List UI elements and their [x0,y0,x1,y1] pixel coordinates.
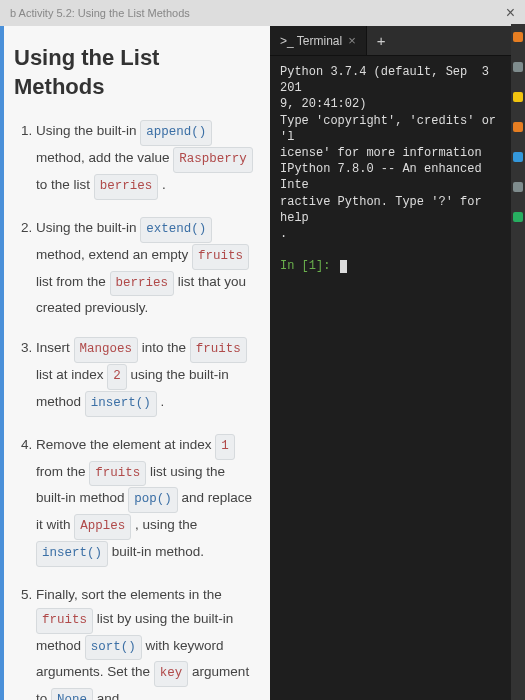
sidebar-icon[interactable] [513,92,523,102]
code-token: key [154,661,189,687]
code-token: extend() [140,217,212,243]
code-token: insert() [36,541,108,567]
sidebar-icon[interactable] [513,122,523,132]
list-item: Using the built-in extend() method, exte… [36,216,254,320]
sidebar-icon[interactable] [513,182,523,192]
cursor-icon [340,260,347,273]
code-token: None [51,688,93,700]
terminal-output[interactable]: Python 3.7.4 (default, Sep 3 201 9, 20:4… [270,56,525,700]
steps-list: Using the built-in append() method, add … [14,119,254,700]
prompt-in: In [1]: [280,259,338,273]
code-token: sort() [85,635,142,661]
main-area: Using the List Methods Using the built-i… [0,26,525,700]
code-token: berries [110,271,175,297]
list-item: Finally, sort the elements in the fruits… [36,583,254,700]
code-token: Raspberry [173,147,253,173]
breadcrumb: b Activity 5.2: Using the List Methods × [0,0,525,26]
instructions-panel: Using the List Methods Using the built-i… [0,26,270,700]
terminal-icon-label: >_ Terminal [280,34,342,48]
sidebar-icon[interactable] [513,152,523,162]
right-sidebar [511,24,525,700]
code-token: Mangoes [74,337,139,363]
code-token: pop() [128,487,178,513]
code-token: berries [94,174,159,200]
code-token: fruits [36,608,93,634]
code-token: 2 [107,364,127,390]
code-token: fruits [190,337,247,363]
tab-terminal[interactable]: >_ Terminal × [270,26,367,55]
close-icon[interactable]: × [506,4,515,22]
code-token: Apples [74,514,131,540]
list-item: Using the built-in append() method, add … [36,119,254,200]
breadcrumb-text: b Activity 5.2: Using the List Methods [10,7,190,19]
sidebar-icon[interactable] [513,32,523,42]
terminal-tabbar: >_ Terminal × + [270,26,525,56]
code-token: fruits [192,244,249,270]
list-item: Insert Mangoes into the fruits list at i… [36,336,254,417]
plus-icon: + [377,32,386,49]
code-token: fruits [89,461,146,487]
add-tab-button[interactable]: + [367,26,396,55]
terminal-panel: >_ Terminal × + Python 3.7.4 (default, S… [270,26,525,700]
page-title: Using the List Methods [14,44,254,101]
list-item: Remove the element at index 1 from the f… [36,433,254,567]
code-token: insert() [85,391,157,417]
code-token: append() [140,120,212,146]
code-token: 1 [215,434,235,460]
sidebar-icon[interactable] [513,212,523,222]
sidebar-icon[interactable] [513,62,523,72]
tab-close-icon[interactable]: × [348,33,356,48]
